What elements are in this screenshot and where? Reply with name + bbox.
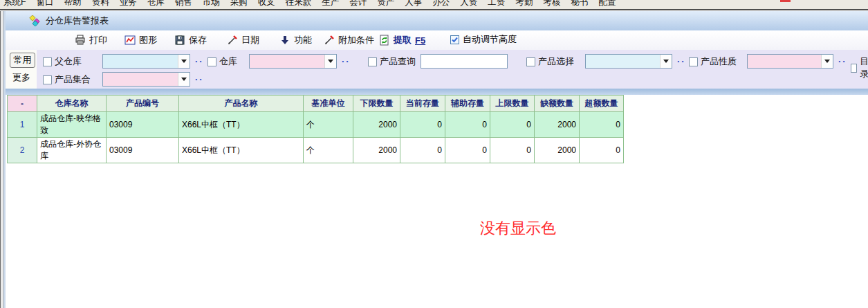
product-select-checkbox[interactable]: 产品选择: [526, 55, 574, 68]
col-header-index[interactable]: -: [8, 96, 37, 112]
col-header-shortage-qty[interactable]: 缺额数量: [535, 96, 580, 112]
checkbox-icon[interactable]: [368, 57, 377, 66]
save-button[interactable]: 保存: [172, 32, 210, 48]
product-set-checkbox[interactable]: 产品集合: [43, 73, 91, 86]
col-header-base-unit[interactable]: 基准单位: [304, 96, 353, 112]
common-filters-button[interactable]: 常用: [10, 53, 35, 68]
menu-personnel[interactable]: 人事: [405, 0, 422, 8]
browse-dots-button[interactable]: ··: [838, 56, 847, 66]
product-nature-dropdown[interactable]: [747, 54, 833, 69]
menu-secretary[interactable]: 秘书: [571, 0, 588, 8]
cell-shortage-qty[interactable]: 2000: [535, 112, 580, 138]
function-button[interactable]: 功能: [277, 32, 315, 48]
cell-base-unit[interactable]: 个: [304, 138, 353, 163]
chevron-down-icon[interactable]: [660, 55, 672, 68]
extract-button[interactable]: 提取F5: [376, 32, 428, 48]
menu-hr[interactable]: 人资: [460, 0, 477, 8]
cell-upper-limit[interactable]: 0: [490, 112, 535, 138]
pen-icon: [324, 35, 335, 46]
menu-production[interactable]: 生产: [322, 0, 339, 8]
menu-accounts[interactable]: 往来款: [286, 0, 312, 8]
cell-aux-stock[interactable]: 0: [445, 112, 490, 138]
col-header-product-name[interactable]: 产品名称: [179, 96, 304, 112]
menu-config[interactable]: 配置: [598, 0, 616, 8]
cell-shortage-qty[interactable]: 2000: [535, 138, 580, 163]
warehouse-dropdown[interactable]: [249, 54, 337, 69]
col-header-product-code[interactable]: 产品编号: [107, 96, 179, 112]
menu-finance[interactable]: 收支: [258, 0, 275, 8]
menu-payroll[interactable]: 工资: [488, 0, 505, 8]
checkbox-icon[interactable]: [851, 64, 857, 73]
chevron-down-icon[interactable]: [324, 55, 336, 68]
product-set-dropdown[interactable]: [102, 72, 190, 87]
checkbox-icon[interactable]: [526, 57, 535, 66]
row-index[interactable]: 2: [8, 138, 37, 163]
menu-office[interactable]: 办公: [432, 0, 450, 8]
cell-product-code[interactable]: 03009: [107, 112, 179, 138]
cell-current-stock[interactable]: 0: [400, 138, 445, 163]
cell-current-stock[interactable]: 0: [400, 112, 445, 138]
menu-purchase[interactable]: 采购: [230, 0, 248, 8]
date-button[interactable]: 日期: [224, 32, 262, 48]
menu-system[interactable]: 系统F: [3, 0, 26, 8]
cell-product-name[interactable]: X66L中框（TT）: [179, 138, 304, 163]
menu-window[interactable]: 窗口: [37, 0, 54, 8]
product-nature-checkbox[interactable]: 产品性质: [689, 55, 737, 68]
checkbox-icon[interactable]: [43, 75, 52, 84]
col-header-aux-stock[interactable]: 辅助存量: [445, 96, 490, 112]
refresh-icon: [379, 35, 390, 46]
col-header-upper-limit[interactable]: 上限数量: [490, 96, 535, 112]
checkbox-icon[interactable]: [207, 57, 216, 66]
catalog-checkbox[interactable]: 目录: [851, 55, 868, 80]
cell-excess-qty[interactable]: 0: [580, 112, 624, 138]
menu-market[interactable]: 市场: [203, 0, 220, 8]
chevron-down-icon[interactable]: [178, 55, 190, 68]
col-header-excess-qty[interactable]: 超额数量: [580, 96, 624, 112]
checked-checkbox-icon[interactable]: [450, 35, 459, 44]
chevron-down-icon[interactable]: [178, 73, 190, 86]
browse-dots-button[interactable]: ··: [195, 74, 204, 84]
menu-business[interactable]: 业务: [120, 0, 137, 8]
warehouse-checkbox[interactable]: 仓库: [207, 55, 237, 68]
graph-button[interactable]: 图形: [122, 32, 160, 48]
cell-base-unit[interactable]: 个: [304, 112, 353, 138]
col-header-current-stock[interactable]: 当前存量: [400, 96, 445, 112]
browse-dots-button[interactable]: ··: [195, 56, 204, 66]
col-header-warehouse-name[interactable]: 仓库名称: [37, 96, 107, 112]
menu-warehouse[interactable]: 仓库: [147, 0, 165, 8]
more-filters-button[interactable]: 更多: [12, 71, 30, 84]
cell-product-name[interactable]: X66L中框（TT）: [179, 112, 304, 138]
cell-excess-qty[interactable]: 0: [580, 138, 624, 163]
cell-upper-limit[interactable]: 0: [490, 138, 535, 163]
auto-height-toggle[interactable]: 自动调节高度: [450, 33, 517, 46]
menu-help[interactable]: 帮助: [64, 0, 82, 8]
table-row[interactable]: 2 成品仓库-外协仓库 03009 X66L中框（TT） 个 2000 0 0 …: [8, 138, 624, 163]
row-index[interactable]: 1: [8, 112, 37, 138]
browse-dots-button[interactable]: ··: [342, 56, 351, 66]
parent-warehouse-dropdown[interactable]: [102, 54, 190, 69]
print-button[interactable]: 打印: [72, 32, 110, 48]
menu-attendance[interactable]: 考勤: [515, 0, 533, 8]
product-query-input[interactable]: [421, 54, 508, 69]
product-query-checkbox[interactable]: 产品查询: [368, 55, 416, 68]
browse-dots-button[interactable]: ··: [677, 56, 686, 66]
cell-warehouse-name[interactable]: 成品仓库-外协仓库: [37, 138, 107, 163]
parent-warehouse-checkbox[interactable]: 父仓库: [43, 55, 82, 68]
cell-aux-stock[interactable]: 0: [445, 138, 490, 163]
menu-accounting[interactable]: 会计: [349, 0, 367, 8]
checkbox-icon[interactable]: [43, 57, 52, 66]
menu-assets[interactable]: 资产: [377, 0, 394, 8]
checkbox-icon[interactable]: [689, 57, 698, 66]
extra-conditions-button[interactable]: 附加条件: [321, 32, 377, 48]
table-row[interactable]: 1 成品仓库-映华格致 03009 X66L中框（TT） 个 2000 0 0 …: [8, 112, 624, 138]
col-header-lower-limit[interactable]: 下限数量: [353, 96, 400, 112]
menu-data[interactable]: 资料: [92, 0, 109, 8]
menu-sales[interactable]: 销售: [175, 0, 192, 8]
cell-warehouse-name[interactable]: 成品仓库-映华格致: [37, 112, 107, 138]
menu-appraisal[interactable]: 考核: [543, 0, 560, 8]
product-select-dropdown[interactable]: [585, 54, 672, 69]
chevron-down-icon[interactable]: [821, 55, 833, 68]
cell-lower-limit[interactable]: 2000: [353, 112, 400, 138]
cell-product-code[interactable]: 03009: [107, 138, 179, 163]
cell-lower-limit[interactable]: 2000: [353, 138, 400, 163]
